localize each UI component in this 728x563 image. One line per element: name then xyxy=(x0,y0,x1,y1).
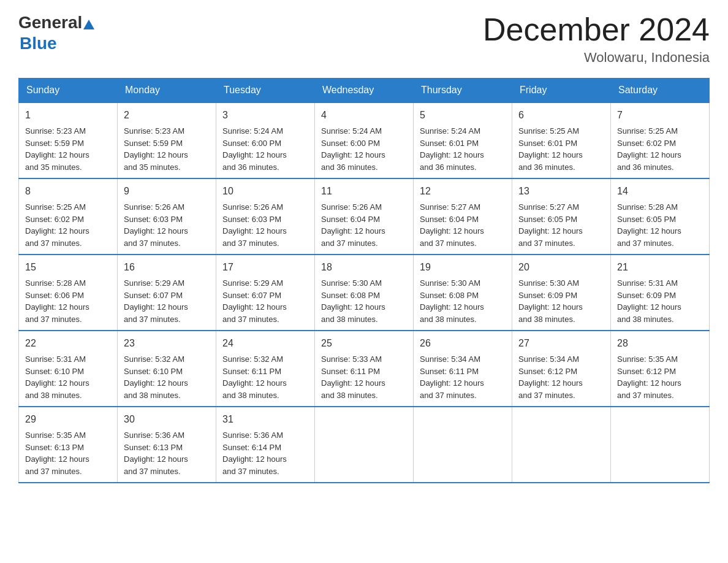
calendar-cell: 24 Sunrise: 5:32 AMSunset: 6:11 PMDaylig… xyxy=(216,331,315,407)
calendar-cell: 14 Sunrise: 5:28 AMSunset: 6:05 PMDaylig… xyxy=(611,178,710,255)
calendar-cell: 31 Sunrise: 5:36 AMSunset: 6:14 PMDaylig… xyxy=(216,407,315,483)
location-text: Wolowaru, Indonesia xyxy=(483,50,710,66)
calendar-cell: 26 Sunrise: 5:34 AMSunset: 6:11 PMDaylig… xyxy=(414,331,512,407)
calendar-cell: 6 Sunrise: 5:25 AMSunset: 6:01 PMDayligh… xyxy=(512,102,611,178)
day-number: 21 xyxy=(617,260,703,275)
day-number: 31 xyxy=(222,412,308,427)
day-info: Sunrise: 5:26 AMSunset: 6:04 PMDaylight:… xyxy=(321,202,385,248)
month-title: December 2024 xyxy=(483,12,710,47)
day-number: 14 xyxy=(617,184,703,199)
col-saturday: Saturday xyxy=(611,79,710,103)
calendar-cell: 12 Sunrise: 5:27 AMSunset: 6:04 PMDaylig… xyxy=(414,178,512,255)
day-info: Sunrise: 5:27 AMSunset: 6:04 PMDaylight:… xyxy=(420,202,484,248)
logo-general-text: General xyxy=(18,13,82,32)
day-info: Sunrise: 5:33 AMSunset: 6:11 PMDaylight:… xyxy=(321,354,385,400)
calendar-cell: 18 Sunrise: 5:30 AMSunset: 6:08 PMDaylig… xyxy=(315,255,414,331)
logo-triangle2-icon xyxy=(89,20,94,29)
calendar-cell: 29 Sunrise: 5:35 AMSunset: 6:13 PMDaylig… xyxy=(19,407,118,483)
day-info: Sunrise: 5:34 AMSunset: 6:11 PMDaylight:… xyxy=(420,354,484,400)
day-number: 5 xyxy=(420,108,506,123)
day-info: Sunrise: 5:29 AMSunset: 6:07 PMDaylight:… xyxy=(222,278,287,324)
day-number: 27 xyxy=(518,336,604,351)
calendar-cell: 21 Sunrise: 5:31 AMSunset: 6:09 PMDaylig… xyxy=(611,255,710,331)
day-info: Sunrise: 5:25 AMSunset: 6:02 PMDaylight:… xyxy=(617,126,681,172)
calendar-header-row: Sunday Monday Tuesday Wednesday Thursday… xyxy=(19,79,710,103)
day-info: Sunrise: 5:28 AMSunset: 6:06 PMDaylight:… xyxy=(25,278,89,324)
day-number: 17 xyxy=(222,260,308,275)
day-number: 20 xyxy=(518,260,604,275)
day-info: Sunrise: 5:23 AMSunset: 5:59 PMDaylight:… xyxy=(25,126,89,172)
calendar-cell: 19 Sunrise: 5:30 AMSunset: 6:08 PMDaylig… xyxy=(414,255,512,331)
day-number: 3 xyxy=(222,108,308,123)
day-number: 30 xyxy=(124,412,210,427)
calendar-cell: 11 Sunrise: 5:26 AMSunset: 6:04 PMDaylig… xyxy=(315,178,414,255)
day-info: Sunrise: 5:24 AMSunset: 6:00 PMDaylight:… xyxy=(222,126,287,172)
day-number: 8 xyxy=(25,184,111,199)
day-number: 10 xyxy=(222,184,308,199)
day-number: 7 xyxy=(617,108,703,123)
day-info: Sunrise: 5:26 AMSunset: 6:03 PMDaylight:… xyxy=(222,202,287,248)
calendar-cell: 10 Sunrise: 5:26 AMSunset: 6:03 PMDaylig… xyxy=(216,178,315,255)
day-number: 19 xyxy=(420,260,506,275)
day-info: Sunrise: 5:36 AMSunset: 6:14 PMDaylight:… xyxy=(222,431,287,476)
day-info: Sunrise: 5:25 AMSunset: 6:01 PMDaylight:… xyxy=(518,126,583,172)
day-info: Sunrise: 5:26 AMSunset: 6:03 PMDaylight:… xyxy=(124,202,188,248)
calendar-cell: 2 Sunrise: 5:23 AMSunset: 5:59 PMDayligh… xyxy=(118,102,216,178)
day-info: Sunrise: 5:34 AMSunset: 6:12 PMDaylight:… xyxy=(518,354,583,400)
calendar-cell: 27 Sunrise: 5:34 AMSunset: 6:12 PMDaylig… xyxy=(512,331,611,407)
day-info: Sunrise: 5:28 AMSunset: 6:05 PMDaylight:… xyxy=(617,202,681,248)
day-info: Sunrise: 5:31 AMSunset: 6:09 PMDaylight:… xyxy=(617,278,681,324)
calendar-cell: 3 Sunrise: 5:24 AMSunset: 6:00 PMDayligh… xyxy=(216,102,315,178)
day-number: 6 xyxy=(518,108,604,123)
calendar-cell: 8 Sunrise: 5:25 AMSunset: 6:02 PMDayligh… xyxy=(19,178,118,255)
calendar-cell xyxy=(512,407,611,483)
day-info: Sunrise: 5:30 AMSunset: 6:09 PMDaylight:… xyxy=(518,278,583,324)
calendar-week-3: 15 Sunrise: 5:28 AMSunset: 6:06 PMDaylig… xyxy=(19,255,710,331)
day-info: Sunrise: 5:32 AMSunset: 6:11 PMDaylight:… xyxy=(222,354,287,400)
day-info: Sunrise: 5:35 AMSunset: 6:12 PMDaylight:… xyxy=(617,354,681,400)
day-number: 1 xyxy=(25,108,111,123)
day-number: 12 xyxy=(420,184,506,199)
logo: General Blue xyxy=(18,12,94,53)
day-number: 4 xyxy=(321,108,407,123)
col-thursday: Thursday xyxy=(414,79,512,103)
day-number: 28 xyxy=(617,336,703,351)
day-info: Sunrise: 5:24 AMSunset: 6:00 PMDaylight:… xyxy=(321,126,385,172)
calendar-cell: 17 Sunrise: 5:29 AMSunset: 6:07 PMDaylig… xyxy=(216,255,315,331)
day-number: 9 xyxy=(124,184,210,199)
calendar-cell: 20 Sunrise: 5:30 AMSunset: 6:09 PMDaylig… xyxy=(512,255,611,331)
col-tuesday: Tuesday xyxy=(216,79,315,103)
calendar-cell: 5 Sunrise: 5:24 AMSunset: 6:01 PMDayligh… xyxy=(414,102,512,178)
calendar-cell: 9 Sunrise: 5:26 AMSunset: 6:03 PMDayligh… xyxy=(118,178,216,255)
day-number: 26 xyxy=(420,336,506,351)
calendar-cell: 1 Sunrise: 5:23 AMSunset: 5:59 PMDayligh… xyxy=(19,102,118,178)
col-monday: Monday xyxy=(118,79,216,103)
calendar-week-4: 22 Sunrise: 5:31 AMSunset: 6:10 PMDaylig… xyxy=(19,331,710,407)
day-number: 25 xyxy=(321,336,407,351)
day-number: 18 xyxy=(321,260,407,275)
day-number: 22 xyxy=(25,336,111,351)
calendar-cell: 28 Sunrise: 5:35 AMSunset: 6:12 PMDaylig… xyxy=(611,331,710,407)
day-number: 11 xyxy=(321,184,407,199)
day-number: 16 xyxy=(124,260,210,275)
calendar-cell xyxy=(414,407,512,483)
day-info: Sunrise: 5:27 AMSunset: 6:05 PMDaylight:… xyxy=(518,202,583,248)
calendar-table: Sunday Monday Tuesday Wednesday Thursday… xyxy=(18,78,710,483)
calendar-cell: 25 Sunrise: 5:33 AMSunset: 6:11 PMDaylig… xyxy=(315,331,414,407)
day-number: 23 xyxy=(124,336,210,351)
day-info: Sunrise: 5:25 AMSunset: 6:02 PMDaylight:… xyxy=(25,202,89,248)
day-info: Sunrise: 5:30 AMSunset: 6:08 PMDaylight:… xyxy=(420,278,484,324)
day-number: 15 xyxy=(25,260,111,275)
day-info: Sunrise: 5:23 AMSunset: 5:59 PMDaylight:… xyxy=(124,126,188,172)
day-info: Sunrise: 5:31 AMSunset: 6:10 PMDaylight:… xyxy=(25,354,89,400)
day-info: Sunrise: 5:24 AMSunset: 6:01 PMDaylight:… xyxy=(420,126,484,172)
col-friday: Friday xyxy=(512,79,611,103)
calendar-week-1: 1 Sunrise: 5:23 AMSunset: 5:59 PMDayligh… xyxy=(19,102,710,178)
calendar-cell: 30 Sunrise: 5:36 AMSunset: 6:13 PMDaylig… xyxy=(118,407,216,483)
calendar-cell: 4 Sunrise: 5:24 AMSunset: 6:00 PMDayligh… xyxy=(315,102,414,178)
day-number: 29 xyxy=(25,412,111,427)
calendar-cell xyxy=(315,407,414,483)
logo-triangle-icon xyxy=(83,20,89,29)
day-info: Sunrise: 5:30 AMSunset: 6:08 PMDaylight:… xyxy=(321,278,385,324)
col-wednesday: Wednesday xyxy=(315,79,414,103)
